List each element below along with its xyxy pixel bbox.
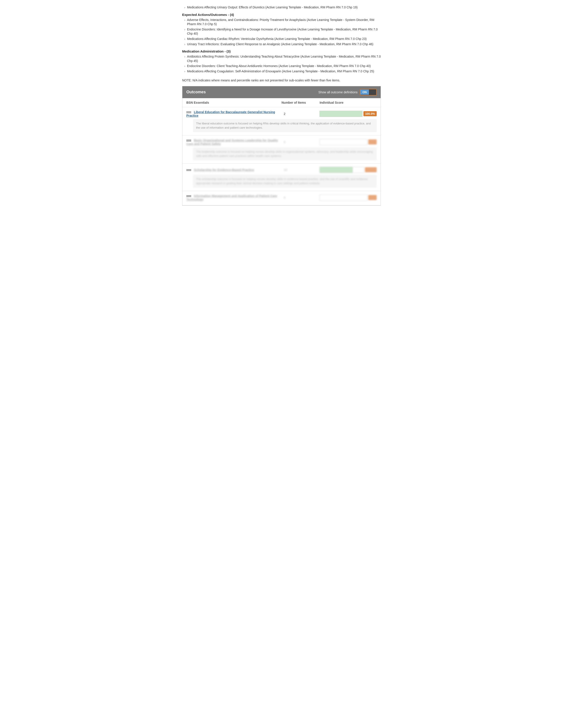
svg-rect-0: [186, 111, 191, 112]
dash-icon: [186, 111, 191, 113]
svg-rect-7: [186, 196, 191, 197]
outcome-name-link[interactable]: Information Management and Application o…: [186, 194, 277, 201]
list-item-text: Medications Affecting Cardiac Rhythm: Ve…: [187, 37, 367, 41]
arrow-icon: ›: [184, 54, 185, 59]
outcome-score-col: 75.0%: [320, 167, 377, 173]
outcome-score-col: 100.0%: [320, 111, 377, 117]
svg-rect-1: [186, 113, 191, 113]
outcomes-rows-container: Liberal Education for Baccalaureate Gene…: [182, 107, 381, 205]
outcomes-table-header: BSN Essentials Number of Items Individua…: [182, 98, 381, 107]
svg-rect-3: [186, 141, 191, 141]
arrow-icon: ›: [184, 27, 185, 32]
score-badge: N/A: [368, 195, 377, 200]
score-bar: [320, 139, 367, 145]
diuretics-item: › Medications Affecting Urinary Output: …: [184, 5, 381, 10]
list-item-text: Endocrine Disorders: Client Teaching Abo…: [187, 64, 371, 68]
arrow-icon: ›: [184, 64, 185, 68]
sections-container: Expected Actions/Outcomes - (4) › Advers…: [182, 13, 381, 74]
list-item: › Medications Affecting Cardiac Rhythm: …: [184, 37, 381, 41]
arrow-icon: ›: [184, 42, 185, 46]
score-badge: 100.0%: [364, 111, 377, 116]
outcome-name-col: Scholarship for Evidence-Based Practice: [186, 168, 282, 172]
list-item: › Endocrine Disorders: Client Teaching A…: [184, 64, 381, 68]
toggle-off-label: [369, 89, 376, 95]
outcome-items-col: 2: [282, 112, 320, 116]
arrow-icon: ›: [184, 69, 185, 73]
toggle-switch[interactable]: ON: [360, 89, 377, 96]
list-item: › Endocrine Disorders: Identifying a Nee…: [184, 27, 381, 36]
section-header: Medication Administration - (3): [182, 49, 381, 53]
dash-icon: [186, 139, 191, 142]
col-header-score: Individual Score: [320, 101, 377, 104]
outcome-row-main: Liberal Education for Baccalaureate Gene…: [186, 110, 377, 117]
list-item-text: Urinary Tract Infections: Evaluating Cli…: [187, 42, 373, 47]
outcomes-panel: Outcomes Show all outcome definitions ON…: [182, 86, 381, 206]
score-bar-fill: [320, 111, 362, 117]
col-header-name: BSN Essentials: [186, 101, 282, 104]
outcome-row: Liberal Education for Baccalaureate Gene…: [182, 107, 381, 135]
list-item-text: Medications Affecting Coagulation: Self-…: [187, 69, 374, 74]
score-bar: [320, 195, 367, 201]
outcome-score-col: N/A: [320, 139, 377, 145]
list-item-text: Antibiotics Affecting Protein Synthesis:…: [187, 54, 381, 63]
outcome-name-col: Information Management and Application o…: [186, 194, 282, 201]
outcome-row-main: Basic Organizational and Systems Leaders…: [186, 139, 377, 146]
arrow-icon: ›: [184, 18, 185, 22]
outcome-row-main: Information Management and Application o…: [186, 194, 377, 201]
toggle-on-label[interactable]: ON: [360, 90, 369, 95]
outcome-name-link[interactable]: Liberal Education for Baccalaureate Gene…: [186, 110, 275, 117]
outcome-items-col: 10: [282, 168, 320, 172]
svg-rect-4: [186, 169, 191, 170]
list-item-text: Endocrine Disorders: Identifying a Need …: [187, 27, 381, 36]
outcomes-toggle-area: Show all outcome definitions ON: [319, 89, 377, 96]
list-item: › Urinary Tract Infections: Evaluating C…: [184, 42, 381, 47]
arrow-icon: ›: [184, 5, 185, 9]
dash-icon: [186, 195, 191, 197]
outcomes-header: Outcomes Show all outcome definitions ON: [182, 86, 381, 98]
outcome-row-main: Scholarship for Evidence-Based Practice …: [186, 167, 377, 173]
outcome-row: Information Management and Application o…: [182, 191, 381, 205]
outcome-row: Scholarship for Evidence-Based Practice …: [182, 164, 381, 191]
toggle-label: Show all outcome definitions: [319, 90, 358, 94]
list-item: › Antibiotics Affecting Protein Synthesi…: [184, 54, 381, 63]
section-header: Expected Actions/Outcomes - (4): [182, 13, 381, 17]
score-bar: [320, 111, 363, 117]
svg-rect-2: [186, 140, 191, 140]
diuretics-text: Medications Affecting Urinary Output: Ef…: [187, 5, 358, 10]
outcome-definition: The liberal education outcome is focused…: [193, 119, 377, 132]
score-bar: [320, 167, 364, 173]
outcome-definition: The leadership outcome is focused on hel…: [193, 147, 377, 160]
score-badge: 75.0%: [365, 167, 377, 172]
outcome-name-link[interactable]: Basic Organizational and Systems Leaders…: [186, 139, 278, 146]
outcome-score-col: N/A: [320, 195, 377, 201]
list-item: › Adverse Effects, Interactions, and Con…: [184, 18, 381, 26]
outcome-name-col: Basic Organizational and Systems Leaders…: [186, 139, 282, 146]
outcome-name-link[interactable]: Scholarship for Evidence-Based Practice: [194, 168, 254, 172]
dash-icon: [186, 169, 191, 171]
score-badge: N/A: [368, 139, 377, 144]
svg-rect-5: [186, 170, 191, 171]
outcome-row: Basic Organizational and Systems Leaders…: [182, 135, 381, 164]
outcome-definition: The scholarship outcome is focused on he…: [193, 175, 377, 188]
outcome-items-col: 0: [282, 196, 320, 199]
note-text: NOTE: N/A indicates where means and perc…: [182, 79, 381, 82]
score-bar-fill: [320, 167, 353, 173]
svg-rect-6: [186, 195, 191, 196]
outcomes-title: Outcomes: [186, 90, 206, 94]
list-item-text: Adverse Effects, Interactions, and Contr…: [187, 18, 381, 26]
col-header-items: Number of Items: [282, 101, 320, 104]
arrow-icon: ›: [184, 37, 185, 41]
outcome-items-col: 0: [282, 140, 320, 144]
outcome-name-col: Liberal Education for Baccalaureate Gene…: [186, 110, 282, 117]
list-item: › Medications Affecting Coagulation: Sel…: [184, 69, 381, 74]
